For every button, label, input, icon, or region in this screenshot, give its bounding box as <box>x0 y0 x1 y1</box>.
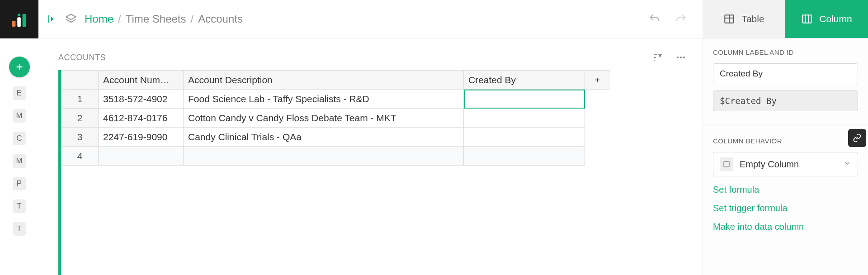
sort-filter-button[interactable] <box>652 52 663 63</box>
breadcrumb-sep: / <box>191 13 194 25</box>
plus-icon <box>14 62 24 72</box>
chevron-down-icon <box>843 159 851 169</box>
page-shortcut[interactable]: T <box>13 199 26 213</box>
column-behavior-select[interactable]: Empty Column <box>713 152 858 176</box>
column-icon <box>801 13 813 25</box>
right-panel: COLUMN LABEL AND ID $Created_By COLUMN B… <box>703 38 868 275</box>
expand-left-panel-icon[interactable] <box>47 14 57 24</box>
cell-created-by[interactable] <box>464 147 585 166</box>
main-content: ACCOUNTS Account Num… Account Descriptio… <box>38 38 703 275</box>
redo-button[interactable] <box>675 13 687 25</box>
page-shortcut[interactable]: M <box>13 154 26 168</box>
row-number: 3 <box>61 128 99 147</box>
set-formula-action[interactable]: Set formula <box>713 185 858 195</box>
page-shortcut[interactable]: T <box>13 222 26 236</box>
cell-account-description[interactable]: Food Science Lab - Taffy Specialists - R… <box>184 90 464 109</box>
svg-rect-2 <box>22 14 26 27</box>
make-data-column-action[interactable]: Make into data column <box>713 222 858 232</box>
cell-account-number[interactable]: 2247-619-9090 <box>99 128 184 147</box>
cell-account-number[interactable] <box>99 147 184 166</box>
tab-table-label: Table <box>741 14 764 24</box>
column-id-value: $Created_By <box>720 96 777 106</box>
cell-account-description[interactable]: Cotton Candy v Candy Floss Debate Team -… <box>184 109 464 128</box>
tab-column[interactable]: Column <box>785 0 868 38</box>
page-shortcut[interactable]: C <box>13 132 26 145</box>
link-icon <box>853 133 862 142</box>
right-panel-tabs: Table Column <box>703 0 868 38</box>
breadcrumb-home[interactable]: Home <box>85 13 113 25</box>
cell-account-description[interactable]: Candy Clinical Trials - QAa <box>184 128 464 147</box>
section-title: ACCOUNTS <box>58 53 106 62</box>
set-trigger-formula-action[interactable]: Set trigger formula <box>713 203 858 213</box>
svg-rect-18 <box>803 15 812 23</box>
pages-icon[interactable] <box>65 13 77 25</box>
page-shortcut[interactable]: P <box>13 177 26 190</box>
add-column-button[interactable]: + <box>585 71 610 90</box>
cell-created-by[interactable] <box>464 128 585 147</box>
row-number-header <box>61 71 99 90</box>
column-header-created-by[interactable]: Created By <box>464 71 585 90</box>
breadcrumb-doc[interactable]: Time Sheets <box>126 13 186 25</box>
column-label-section-title: COLUMN LABEL AND ID <box>713 48 858 56</box>
cell-account-number[interactable]: 4612-874-0176 <box>99 109 184 128</box>
undo-button[interactable] <box>648 13 661 25</box>
svg-point-28 <box>683 57 685 58</box>
app-logo[interactable] <box>0 0 38 38</box>
svg-point-26 <box>677 57 679 58</box>
row-number: 1 <box>61 90 99 109</box>
page-shortcut[interactable]: M <box>13 109 26 123</box>
cell-created-by-selected[interactable] <box>464 90 585 109</box>
page-shortcut[interactable]: E <box>13 86 26 100</box>
column-id-link-button[interactable] <box>848 129 866 147</box>
row-number: 4 <box>61 147 99 166</box>
table-row-new[interactable]: 4 <box>61 147 610 166</box>
svg-marker-6 <box>66 14 76 20</box>
cell-created-by[interactable] <box>464 109 585 128</box>
table-row[interactable]: 3 2247-619-9090 Candy Clinical Trials - … <box>61 128 610 147</box>
cell-account-description[interactable] <box>184 147 464 166</box>
divider <box>703 124 868 124</box>
column-behavior-value: Empty Column <box>740 159 837 170</box>
breadcrumb: Home / Time Sheets / Accounts <box>85 13 243 25</box>
column-header-account-description[interactable]: Account Description <box>184 71 464 90</box>
data-table[interactable]: Account Num… Account Description Created… <box>61 70 610 166</box>
table-row[interactable]: 2 4612-874-0176 Cotton Candy v Candy Flo… <box>61 109 610 128</box>
table-icon <box>723 13 735 25</box>
svg-rect-21 <box>724 161 729 167</box>
breadcrumb-page[interactable]: Accounts <box>198 13 243 25</box>
column-label-input[interactable] <box>713 63 858 84</box>
tab-table[interactable]: Table <box>703 0 785 38</box>
cell-account-number[interactable]: 3518-572-4902 <box>99 90 184 109</box>
add-page-button[interactable] <box>9 57 30 77</box>
active-section-indicator <box>58 70 61 275</box>
left-rail: E M C M P T T <box>0 38 38 275</box>
column-behavior-section-title: COLUMN BEHAVIOR <box>713 137 858 145</box>
column-id-box[interactable]: $Created_By <box>713 90 858 111</box>
grist-logo-icon <box>11 11 28 28</box>
svg-marker-25 <box>658 54 662 58</box>
column-header-account-number[interactable]: Account Num… <box>99 71 184 90</box>
row-number: 2 <box>61 109 99 128</box>
grid-empty-space <box>61 166 691 275</box>
svg-rect-0 <box>12 20 15 26</box>
svg-point-27 <box>680 57 682 58</box>
table-row[interactable]: 1 3518-572-4902 Food Science Lab - Taffy… <box>61 90 610 109</box>
breadcrumb-sep: / <box>118 13 121 25</box>
svg-rect-1 <box>17 17 21 27</box>
section-menu-button[interactable] <box>675 52 686 63</box>
tab-column-label: Column <box>819 14 852 24</box>
empty-column-icon <box>720 157 733 171</box>
